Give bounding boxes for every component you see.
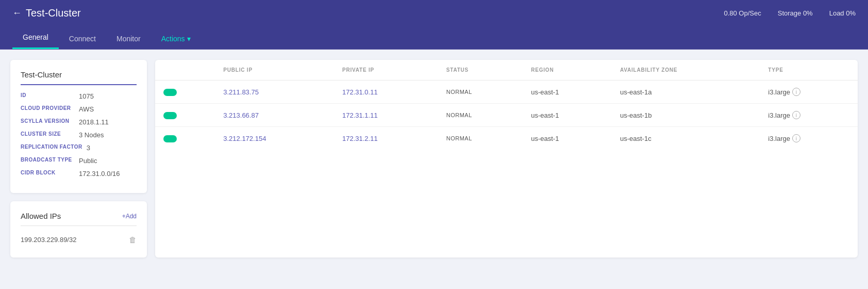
allowed-ips-header: Allowed IPs +Add [21, 212, 137, 226]
table-header-row: PUBLIC IP PRIVATE IP STATUS REGION AVAIL… [155, 60, 858, 81]
label-cloud: Cloud Provider [21, 105, 75, 113]
info-row-cloud: Cloud Provider AWS [21, 105, 137, 113]
delete-ip-icon[interactable]: 🗑 [129, 235, 137, 244]
header: ← Test-Cluster 0.80 Op/Sec Storage 0% Lo… [0, 0, 868, 26]
node-az: us-east-1a [612, 81, 760, 104]
label-broadcast: Broadcast Type [21, 157, 75, 165]
node-type-label: i3.large [768, 111, 790, 119]
node-public-ip: 3.213.66.87 [215, 104, 334, 127]
load-stat: Load 0% [829, 9, 856, 17]
status-indicator [163, 89, 177, 96]
info-row-size: Cluster Size 3 Nodes [21, 131, 137, 139]
node-type-label: i3.large [768, 135, 790, 142]
label-id: ID [21, 92, 75, 100]
add-ip-button[interactable]: +Add [122, 213, 137, 220]
node-private-ip: 172.31.2.11 [334, 127, 438, 150]
node-region: us-east-1 [523, 127, 612, 150]
col-status-dot [155, 60, 215, 81]
col-type: TYPE [760, 60, 858, 81]
info-icon[interactable]: i [792, 88, 800, 96]
node-status-dot [155, 81, 215, 104]
node-az: us-east-1b [612, 104, 760, 127]
col-az: AVAILABILITY ZONE [612, 60, 760, 81]
header-stats: 0.80 Op/Sec Storage 0% Load 0% [724, 9, 856, 17]
info-row-cidr: CIDR Block 172.31.0.0/16 [21, 170, 137, 178]
table-row: 3.212.172.154 172.31.2.11 NORMAL us-east… [155, 127, 858, 150]
node-type: i3.large i [760, 81, 858, 104]
tab-monitor[interactable]: Monitor [106, 27, 151, 49]
node-status-dot [155, 127, 215, 150]
status-indicator [163, 135, 177, 142]
value-broadcast: Public [79, 157, 97, 165]
node-public-ip: 3.212.172.154 [215, 127, 334, 150]
tab-general[interactable]: General [12, 26, 59, 49]
label-replication: Replication Factor [21, 144, 82, 152]
table-row: 3.211.83.75 172.31.0.11 NORMAL us-east-1… [155, 81, 858, 104]
storage-stat: Storage 0% [778, 9, 813, 17]
ip-value: 199.203.229.89/32 [21, 236, 76, 244]
allowed-ips-card: Allowed IPs +Add 199.203.229.89/32 🗑 [10, 201, 147, 258]
nav: General Connect Monitor Actions ▾ [0, 26, 868, 50]
node-type: i3.large i [760, 127, 858, 150]
nodes-table: PUBLIC IP PRIVATE IP STATUS REGION AVAIL… [155, 60, 858, 150]
table-row: 3.213.66.87 172.31.1.11 NORMAL us-east-1… [155, 104, 858, 127]
value-id: 1075 [79, 92, 94, 100]
node-region: us-east-1 [523, 104, 612, 127]
col-status: STATUS [438, 60, 523, 81]
node-private-ip: 172.31.0.11 [334, 81, 438, 104]
info-icon[interactable]: i [792, 111, 800, 119]
tab-actions[interactable]: Actions ▾ [151, 27, 201, 49]
list-item: 199.203.229.89/32 🗑 [21, 232, 137, 247]
node-az: us-east-1c [612, 127, 760, 150]
left-panel: Test-Cluster ID 1075 Cloud Provider AWS … [10, 60, 147, 258]
node-private-ip: 172.31.1.11 [334, 104, 438, 127]
header-title: ← Test-Cluster [12, 7, 81, 19]
value-cloud: AWS [79, 105, 94, 113]
ops-stat: 0.80 Op/Sec [724, 9, 761, 17]
allowed-ips-title: Allowed IPs [21, 212, 61, 220]
node-status: NORMAL [438, 127, 523, 150]
cluster-name: Test-Cluster [26, 7, 81, 19]
main-content: Test-Cluster ID 1075 Cloud Provider AWS … [0, 50, 868, 268]
nodes-table-card: PUBLIC IP PRIVATE IP STATUS REGION AVAIL… [155, 60, 858, 258]
tab-connect[interactable]: Connect [59, 27, 106, 49]
label-scylla: Scylla Version [21, 118, 75, 126]
col-private-ip: PRIVATE IP [334, 60, 438, 81]
value-scylla: 2018.1.11 [79, 118, 109, 126]
status-indicator [163, 112, 177, 119]
col-public-ip: PUBLIC IP [215, 60, 334, 81]
node-type: i3.large i [760, 104, 858, 127]
value-cidr: 172.31.0.0/16 [79, 170, 120, 178]
info-row-broadcast: Broadcast Type Public [21, 157, 137, 165]
col-region: REGION [523, 60, 612, 81]
info-row-scylla: Scylla Version 2018.1.11 [21, 118, 137, 126]
info-icon[interactable]: i [792, 134, 800, 142]
node-region: us-east-1 [523, 81, 612, 104]
chevron-down-icon: ▾ [187, 35, 191, 43]
node-status: NORMAL [438, 81, 523, 104]
cluster-info-title: Test-Cluster [21, 70, 137, 85]
node-status-dot [155, 104, 215, 127]
node-type-label: i3.large [768, 88, 790, 96]
info-row-replication: Replication Factor 3 [21, 144, 137, 152]
value-size: 3 Nodes [79, 131, 104, 139]
node-status: NORMAL [438, 104, 523, 127]
cluster-info-card: Test-Cluster ID 1075 Cloud Provider AWS … [10, 60, 147, 193]
label-cidr: CIDR Block [21, 170, 75, 178]
label-size: Cluster Size [21, 131, 75, 139]
value-replication: 3 [87, 144, 90, 152]
info-row-id: ID 1075 [21, 92, 137, 100]
back-button[interactable]: ← [12, 8, 22, 19]
node-public-ip: 3.211.83.75 [215, 81, 334, 104]
actions-label: Actions [161, 35, 185, 43]
